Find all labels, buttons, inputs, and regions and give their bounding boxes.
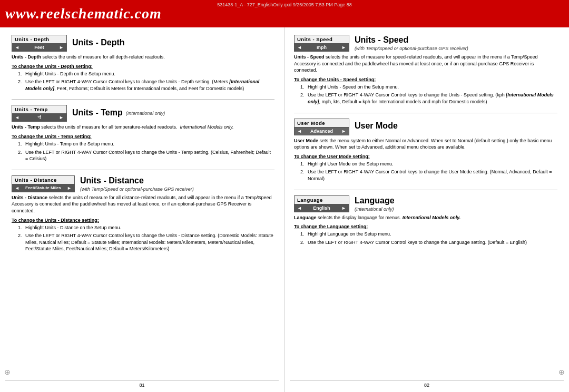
units-temp-section-title: Units - Temp bbox=[72, 108, 123, 117]
language-step-2: Use the LEFT or RIGHT 4-WAY Cursor Contr… bbox=[300, 239, 557, 246]
language-section-title: Language bbox=[355, 196, 395, 205]
widget-units-temp-value-bar: ◄ °f ► bbox=[12, 114, 66, 121]
page-left-bottom-line bbox=[5, 380, 279, 380]
page-number-right: 82 bbox=[424, 383, 429, 388]
units-depth-section-title: Units - Depth bbox=[72, 38, 125, 47]
units-temp-value: °f bbox=[37, 115, 41, 120]
page-number-left: 81 bbox=[139, 383, 144, 388]
units-distance-left-arrow[interactable]: ◄ bbox=[15, 185, 19, 191]
units-speed-instr-heading: To change the Units - Speed setting: bbox=[294, 77, 557, 82]
widget-units-depth-title: Units - Depth bbox=[12, 35, 66, 44]
units-temp-subtitle: (International only) bbox=[126, 111, 165, 116]
units-distance-right-arrow[interactable]: ► bbox=[67, 185, 72, 191]
widget-units-speed-value-bar: ◄ mph ► bbox=[295, 44, 349, 51]
section-header-units-distance: Units - Distance ◄ Feet/Statute Miles ► … bbox=[12, 175, 274, 192]
divider-4 bbox=[294, 190, 557, 190]
units-speed-step-2: Use the LEFT or RIGHT 4-WAY Cursor Contr… bbox=[300, 92, 557, 105]
units-distance-body: Units - Distance selects the units of me… bbox=[12, 194, 274, 214]
language-subtitle: (International only) bbox=[355, 207, 394, 212]
page-right: Units - Speed ◄ mph ► Units - Speed (wit… bbox=[284, 27, 569, 392]
user-mode-section-title: User Mode bbox=[355, 121, 398, 131]
widget-units-depth: Units - Depth ◄ Feet ► bbox=[12, 35, 67, 52]
section-user-mode: User Mode ◄ Advanced ► User Mode User Mo… bbox=[294, 119, 557, 182]
divider-3 bbox=[294, 113, 557, 113]
widget-units-distance: Units - Distance ◄ Feet/Statute Miles ► bbox=[12, 175, 75, 192]
units-distance-step-1: Highlight Units - Distance on the Setup … bbox=[18, 224, 274, 231]
units-distance-subtitle: (with Temp/Speed or optional-purchase GP… bbox=[80, 187, 194, 192]
units-temp-step-2: Use the LEFT or RIGHT 4-WAY Cursor Contr… bbox=[18, 149, 274, 162]
user-mode-value: Advanced bbox=[310, 129, 333, 134]
reg-mark-bottom-right: ⊕ bbox=[558, 368, 565, 376]
units-speed-body: Units - Speed selects the units of measu… bbox=[294, 54, 557, 74]
page-right-bottom-line bbox=[290, 380, 564, 380]
section-header-user-mode: User Mode ◄ Advanced ► User Mode bbox=[294, 119, 557, 135]
widget-language-value-bar: ◄ English ► bbox=[295, 204, 349, 212]
language-body: Language selects the display language fo… bbox=[294, 214, 557, 221]
widget-language-title: Language bbox=[295, 196, 349, 204]
site-logo: www.reelschematic.com bbox=[5, 5, 162, 22]
section-header-units-depth: Units - Depth ◄ Feet ► Units - Depth bbox=[12, 35, 274, 52]
units-temp-left-arrow[interactable]: ◄ bbox=[15, 115, 19, 120]
widget-units-temp: Units - Temp ◄ °f ► bbox=[12, 105, 67, 122]
widget-user-mode: User Mode ◄ Advanced ► bbox=[294, 119, 349, 135]
widget-units-speed-title: Units - Speed bbox=[295, 35, 349, 44]
user-mode-right-arrow[interactable]: ► bbox=[341, 129, 346, 134]
divider-1 bbox=[12, 99, 274, 100]
section-units-speed: Units - Speed ◄ mph ► Units - Speed (wit… bbox=[294, 35, 557, 105]
reg-mark-bottom-left: ⊕ bbox=[4, 368, 11, 376]
main-content: Units - Depth ◄ Feet ► Units - Depth Uni… bbox=[0, 27, 569, 392]
units-depth-body: Units - Depth selects the units of measu… bbox=[12, 54, 274, 61]
file-meta: 531438-1_A - 727_EnglishOnly.qxd 9/25/20… bbox=[217, 2, 352, 7]
section-language: Language ◄ English ► Language (Internati… bbox=[294, 195, 557, 246]
units-temp-instr-list: Highlight Units - Temp on the Setup menu… bbox=[12, 141, 274, 162]
user-mode-body: User Mode sets the menu system to either… bbox=[294, 138, 557, 151]
user-mode-step-2: Use the LEFT or RIGHT 4-WAY Cursor Contr… bbox=[300, 169, 557, 182]
section-units-distance: Units - Distance ◄ Feet/Statute Miles ► … bbox=[12, 175, 274, 252]
divider-2 bbox=[12, 170, 274, 170]
units-speed-instr-list: Highlight Units - Speed on the Setup men… bbox=[294, 84, 557, 105]
units-depth-step-2: Use the LEFT or RIGHT 4-WAY Cursor Contr… bbox=[18, 79, 274, 92]
units-depth-right-arrow[interactable]: ► bbox=[59, 45, 64, 50]
user-mode-instr-list: Highlight User Mode on the Setup menu. U… bbox=[294, 161, 557, 182]
units-depth-value: Feet bbox=[34, 45, 44, 50]
page-left: Units - Depth ◄ Feet ► Units - Depth Uni… bbox=[0, 27, 284, 392]
user-mode-step-1: Highlight User Mode on the Setup menu. bbox=[300, 161, 557, 168]
units-depth-left-arrow[interactable]: ◄ bbox=[15, 45, 19, 50]
widget-units-depth-value-bar: ◄ Feet ► bbox=[12, 44, 66, 51]
units-temp-step-1: Highlight Units - Temp on the Setup menu… bbox=[18, 141, 274, 148]
units-temp-instr-heading: To change the Units - Temp setting: bbox=[12, 134, 274, 139]
units-distance-section-title: Units - Distance bbox=[80, 176, 144, 185]
units-depth-instr-list: Highlight Units - Depth on the Setup men… bbox=[12, 71, 274, 92]
units-depth-step-1: Highlight Units - Depth on the Setup men… bbox=[18, 71, 274, 77]
language-instr-heading: To change the Language setting: bbox=[294, 224, 557, 229]
language-left-arrow[interactable]: ◄ bbox=[297, 205, 302, 211]
language-instr-list: Highlight Language on the Setup menu. Us… bbox=[294, 231, 557, 246]
widget-units-distance-value-bar: ◄ Feet/Statute Miles ► bbox=[12, 184, 74, 192]
units-distance-step-2: Use the LEFT or RIGHT 4-WAY Cursor Contr… bbox=[18, 232, 274, 252]
language-right-arrow[interactable]: ► bbox=[341, 205, 346, 211]
units-speed-value: mph bbox=[317, 45, 327, 50]
units-temp-body: Units - Temp selects the units of measur… bbox=[12, 124, 274, 131]
section-header-language: Language ◄ English ► Language (Internati… bbox=[294, 195, 557, 212]
units-distance-instr-list: Highlight Units - Distance on the Setup … bbox=[12, 224, 274, 252]
page-header: 531438-1_A - 727_EnglishOnly.qxd 9/25/20… bbox=[0, 0, 569, 27]
units-speed-right-arrow[interactable]: ► bbox=[341, 45, 346, 50]
widget-units-speed: Units - Speed ◄ mph ► bbox=[294, 35, 349, 52]
units-distance-instr-heading: To change the Units - Distance setting: bbox=[12, 218, 274, 223]
widget-language: Language ◄ English ► bbox=[294, 195, 349, 212]
widget-user-mode-value-bar: ◄ Advanced ► bbox=[295, 128, 349, 135]
user-mode-left-arrow[interactable]: ◄ bbox=[297, 129, 302, 134]
widget-user-mode-title: User Mode bbox=[295, 119, 349, 128]
units-speed-step-1: Highlight Units - Speed on the Setup men… bbox=[300, 84, 557, 91]
language-step-1: Highlight Language on the Setup menu. bbox=[300, 231, 557, 238]
units-speed-subtitle: (with Temp/Speed or optional-purchase GP… bbox=[355, 46, 468, 51]
section-units-temp: Units - Temp ◄ °f ► Units - Temp (Intern… bbox=[12, 105, 274, 162]
units-speed-left-arrow[interactable]: ◄ bbox=[297, 45, 302, 50]
units-temp-right-arrow[interactable]: ► bbox=[59, 115, 64, 120]
section-units-depth: Units - Depth ◄ Feet ► Units - Depth Uni… bbox=[12, 35, 274, 92]
widget-units-distance-title: Units - Distance bbox=[12, 176, 74, 184]
units-distance-value: Feet/Statute Miles bbox=[25, 185, 61, 190]
user-mode-instr-heading: To change the User Mode setting: bbox=[294, 154, 557, 159]
section-header-units-temp: Units - Temp ◄ °f ► Units - Temp (Intern… bbox=[12, 105, 274, 122]
units-speed-section-title: Units - Speed bbox=[355, 35, 408, 44]
